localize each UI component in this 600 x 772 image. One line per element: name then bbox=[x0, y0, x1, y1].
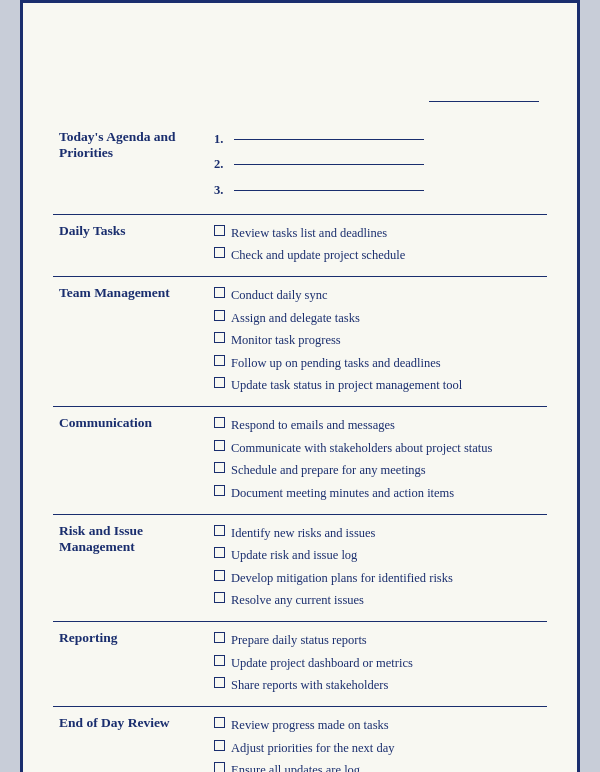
checklist-text-end-of-day-0: Review progress made on tasks bbox=[231, 715, 389, 736]
checkbox-team-management-3[interactable] bbox=[214, 355, 225, 366]
checklist-text-risk-issue-3: Resolve any current issues bbox=[231, 590, 364, 611]
checkbox-risk-issue-3[interactable] bbox=[214, 592, 225, 603]
checklist-text-risk-issue-0: Identify new risks and issues bbox=[231, 523, 375, 544]
checklist-daily-tasks: Review tasks list and deadlinesCheck and… bbox=[214, 223, 541, 266]
checklist-item-reporting-1: Update project dashboard or metrics bbox=[214, 653, 541, 674]
checklist-end-of-day: Review progress made on tasksAdjust prio… bbox=[214, 715, 541, 772]
checkbox-risk-issue-1[interactable] bbox=[214, 547, 225, 558]
checkbox-communication-3[interactable] bbox=[214, 485, 225, 496]
checkbox-communication-0[interactable] bbox=[214, 417, 225, 428]
checklist-item-risk-issue-1: Update risk and issue log bbox=[214, 545, 541, 566]
agenda-num-2: 2. bbox=[214, 154, 230, 175]
checklist-item-team-management-3: Follow up on pending tasks and deadlines bbox=[214, 353, 541, 374]
checklist-item-end-of-day-0: Review progress made on tasks bbox=[214, 715, 541, 736]
checkbox-daily-tasks-0[interactable] bbox=[214, 225, 225, 236]
checklist-text-communication-3: Document meeting minutes and action item… bbox=[231, 483, 454, 504]
checklist-text-team-management-3: Follow up on pending tasks and deadlines bbox=[231, 353, 441, 374]
checklist-text-reporting-0: Prepare daily status reports bbox=[231, 630, 367, 651]
checklist-item-team-management-0: Conduct daily sync bbox=[214, 285, 541, 306]
checkbox-risk-issue-0[interactable] bbox=[214, 525, 225, 536]
checklist-item-team-management-2: Monitor task progress bbox=[214, 330, 541, 351]
checklist-item-communication-0: Respond to emails and messages bbox=[214, 415, 541, 436]
checkbox-reporting-0[interactable] bbox=[214, 632, 225, 643]
section-label-end-of-day: End of Day Review bbox=[53, 706, 208, 772]
checklist-text-end-of-day-1: Adjust priorities for the next day bbox=[231, 738, 395, 759]
checklist-item-risk-issue-3: Resolve any current issues bbox=[214, 590, 541, 611]
section-row-risk-issue: Risk and Issue ManagementIdentify new ri… bbox=[53, 514, 547, 622]
checklist-item-team-management-1: Assign and delegate tasks bbox=[214, 308, 541, 329]
checkbox-end-of-day-1[interactable] bbox=[214, 740, 225, 751]
checklist-text-end-of-day-2: Ensure all updates are log bbox=[231, 760, 360, 772]
checkbox-end-of-day-2[interactable] bbox=[214, 762, 225, 772]
agenda-blank-line-3 bbox=[234, 190, 424, 191]
checklist-reporting: Prepare daily status reportsUpdate proje… bbox=[214, 630, 541, 696]
checkbox-communication-2[interactable] bbox=[214, 462, 225, 473]
section-content-risk-issue: Identify new risks and issuesUpdate risk… bbox=[208, 514, 547, 622]
checklist-item-communication-2: Schedule and prepare for any meetings bbox=[214, 460, 541, 481]
checklist-communication: Respond to emails and messagesCommunicat… bbox=[214, 415, 541, 504]
checkbox-team-management-0[interactable] bbox=[214, 287, 225, 298]
checkbox-reporting-1[interactable] bbox=[214, 655, 225, 666]
section-row-agenda: Today's Agenda and Priorities1.2.3. bbox=[53, 121, 547, 214]
section-label-agenda: Today's Agenda and Priorities bbox=[53, 121, 208, 214]
checklist-item-team-management-4: Update task status in project management… bbox=[214, 375, 541, 396]
section-row-daily-tasks: Daily TasksReview tasks list and deadlin… bbox=[53, 214, 547, 276]
checkbox-communication-1[interactable] bbox=[214, 440, 225, 451]
agenda-list: 1.2.3. bbox=[214, 129, 541, 201]
date-row bbox=[53, 93, 547, 109]
section-content-reporting: Prepare daily status reportsUpdate proje… bbox=[208, 622, 547, 707]
section-content-agenda: 1.2.3. bbox=[208, 121, 547, 214]
page-title bbox=[53, 33, 547, 75]
checklist-text-team-management-0: Conduct daily sync bbox=[231, 285, 328, 306]
checkbox-reporting-2[interactable] bbox=[214, 677, 225, 688]
checklist-text-communication-0: Respond to emails and messages bbox=[231, 415, 395, 436]
checklist-text-communication-2: Schedule and prepare for any meetings bbox=[231, 460, 426, 481]
section-label-communication: Communication bbox=[53, 407, 208, 515]
checklist-team-management: Conduct daily syncAssign and delegate ta… bbox=[214, 285, 541, 396]
checklist-item-end-of-day-1: Adjust priorities for the next day bbox=[214, 738, 541, 759]
section-label-daily-tasks: Daily Tasks bbox=[53, 214, 208, 276]
section-row-communication: CommunicationRespond to emails and messa… bbox=[53, 407, 547, 515]
agenda-num-1: 1. bbox=[214, 129, 230, 150]
checkbox-daily-tasks-1[interactable] bbox=[214, 247, 225, 258]
checklist-text-risk-issue-1: Update risk and issue log bbox=[231, 545, 357, 566]
agenda-item-1: 1. bbox=[214, 129, 541, 150]
checklist-text-daily-tasks-0: Review tasks list and deadlines bbox=[231, 223, 387, 244]
checklist-text-team-management-2: Monitor task progress bbox=[231, 330, 341, 351]
page: Today's Agenda and Priorities1.2.3.Daily… bbox=[20, 0, 580, 772]
agenda-item-2: 2. bbox=[214, 154, 541, 175]
checklist-text-daily-tasks-1: Check and update project schedule bbox=[231, 245, 405, 266]
checklist-item-communication-3: Document meeting minutes and action item… bbox=[214, 483, 541, 504]
checklist-item-reporting-2: Share reports with stakeholders bbox=[214, 675, 541, 696]
checkbox-team-management-2[interactable] bbox=[214, 332, 225, 343]
checklist-text-team-management-1: Assign and delegate tasks bbox=[231, 308, 360, 329]
checklist-text-communication-1: Communicate with stakeholders about proj… bbox=[231, 438, 492, 459]
checkbox-end-of-day-0[interactable] bbox=[214, 717, 225, 728]
checklist-item-daily-tasks-0: Review tasks list and deadlines bbox=[214, 223, 541, 244]
section-content-communication: Respond to emails and messagesCommunicat… bbox=[208, 407, 547, 515]
checkbox-team-management-4[interactable] bbox=[214, 377, 225, 388]
checklist-item-risk-issue-2: Develop mitigation plans for identified … bbox=[214, 568, 541, 589]
checklist-item-communication-1: Communicate with stakeholders about proj… bbox=[214, 438, 541, 459]
checklist-item-daily-tasks-1: Check and update project schedule bbox=[214, 245, 541, 266]
section-label-team-management: Team Management bbox=[53, 276, 208, 406]
agenda-blank-line-2 bbox=[234, 164, 424, 165]
checklist-item-reporting-0: Prepare daily status reports bbox=[214, 630, 541, 651]
date-input-line bbox=[429, 101, 539, 102]
section-label-reporting: Reporting bbox=[53, 622, 208, 707]
section-row-reporting: ReportingPrepare daily status reportsUpd… bbox=[53, 622, 547, 707]
section-content-daily-tasks: Review tasks list and deadlinesCheck and… bbox=[208, 214, 547, 276]
checklist-text-reporting-2: Share reports with stakeholders bbox=[231, 675, 388, 696]
checklist-risk-issue: Identify new risks and issuesUpdate risk… bbox=[214, 523, 541, 612]
sections-table: Today's Agenda and Priorities1.2.3.Daily… bbox=[53, 121, 547, 772]
checklist-item-risk-issue-0: Identify new risks and issues bbox=[214, 523, 541, 544]
section-row-team-management: Team ManagementConduct daily syncAssign … bbox=[53, 276, 547, 406]
section-content-end-of-day: Review progress made on tasksAdjust prio… bbox=[208, 706, 547, 772]
section-label-risk-issue: Risk and Issue Management bbox=[53, 514, 208, 622]
agenda-item-3: 3. bbox=[214, 180, 541, 201]
checklist-item-end-of-day-2: Ensure all updates are log bbox=[214, 760, 541, 772]
checklist-text-reporting-1: Update project dashboard or metrics bbox=[231, 653, 413, 674]
checkbox-risk-issue-2[interactable] bbox=[214, 570, 225, 581]
checkbox-team-management-1[interactable] bbox=[214, 310, 225, 321]
checklist-text-team-management-4: Update task status in project management… bbox=[231, 375, 462, 396]
